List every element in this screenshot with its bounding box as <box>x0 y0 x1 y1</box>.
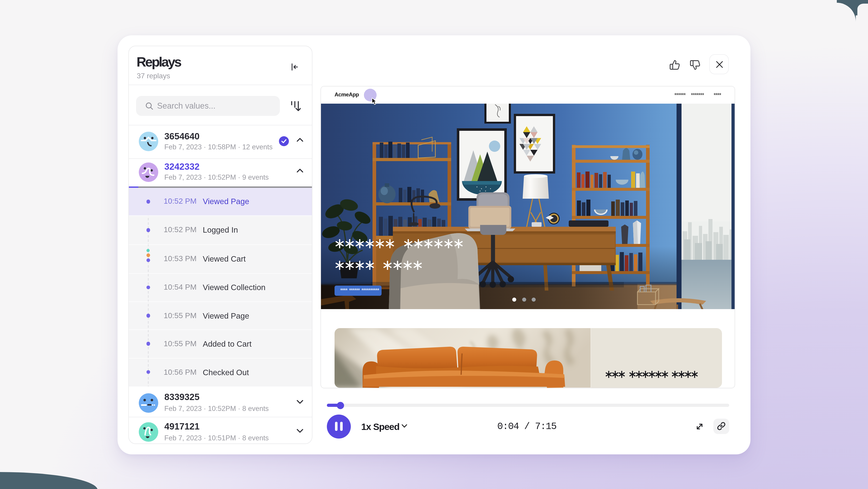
svg-text:**** ****** **********: **** ****** ********** <box>340 287 379 294</box>
